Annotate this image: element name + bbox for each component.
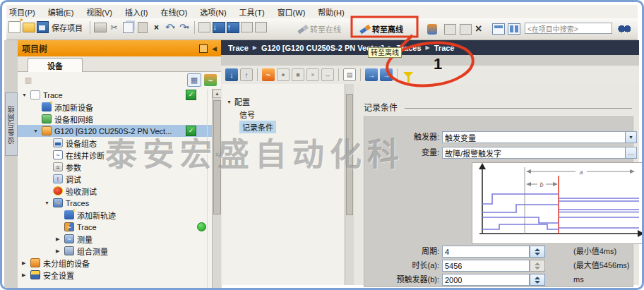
upload-from-device-button[interactable]: ↑ [226, 20, 239, 34]
new-project-button[interactable] [8, 20, 21, 34]
split-editor-vertical-button[interactable] [508, 21, 520, 37]
filter-icon[interactable] [402, 68, 415, 81]
close-window-button[interactable]: × [475, 21, 482, 37]
tree-item-project-root[interactable]: Trace [18, 89, 212, 101]
export-measurement-icon[interactable]: → [365, 68, 378, 81]
search-input[interactable] [525, 23, 612, 34]
nav-item-signals[interactable]: 信号 [222, 108, 344, 121]
trigger-tag-field[interactable]: 故障/报警触发字 [442, 147, 637, 159]
redo-button[interactable]: ↷▼ [178, 20, 191, 34]
paste-button[interactable] [136, 20, 149, 34]
accessible-devices-button[interactable] [254, 20, 268, 34]
snapshot-icon[interactable]: ▤ [343, 68, 356, 81]
window-button-1[interactable] [444, 21, 456, 37]
tree-item-acceptance-test[interactable]: 验收测试 [18, 185, 212, 197]
chevron-down-icon[interactable] [625, 132, 636, 143]
online-diagnostics-button[interactable] [427, 21, 437, 37]
menu-view[interactable]: 视图(V) [86, 6, 112, 18]
breadcrumb-item-trace-project[interactable]: Trace [228, 44, 249, 52]
menu-insert[interactable]: 插入(I) [125, 6, 148, 18]
nav-item-recording-conditions[interactable]: 记录条件 [222, 121, 344, 133]
repeat-measurement-icon[interactable]: ↔ [321, 68, 334, 81]
record-icon[interactable]: ● [277, 68, 290, 81]
tree-item-trace[interactable]: Trace [18, 221, 212, 233]
tree-item-add-new-device[interactable]: 添加新设备 [18, 101, 212, 113]
menu-online[interactable]: 在线(O) [160, 6, 187, 18]
breadcrumb-item-g120[interactable]: G120 [G120 CU250S-2 PN Vector] [261, 44, 384, 52]
duration-input[interactable] [442, 260, 530, 272]
compile-button[interactable] [198, 20, 211, 34]
tree-item-g120[interactable]: G120 [G120 CU250S-2 PN Vect... [18, 125, 212, 137]
project-tree-tabs: 设备 [18, 56, 221, 72]
device-window-button[interactable] [240, 20, 254, 34]
menu-options[interactable]: 选项(N) [200, 6, 226, 18]
auto-collapse-icon[interactable] [199, 44, 208, 53]
tree-item-security-settings[interactable]: 安全设置 [18, 269, 212, 281]
tab-devices[interactable]: 设备 [28, 58, 83, 72]
menu-window[interactable]: 窗口(W) [278, 6, 306, 18]
stop-record-icon[interactable]: ■ [292, 68, 304, 81]
details-view-icon[interactable]: ▦ [187, 73, 201, 87]
expander-icon[interactable] [56, 248, 64, 254]
upload-trace-icon[interactable]: ↑ [240, 68, 253, 81]
transfer-trace-to-device-icon[interactable]: ↓ [225, 68, 238, 81]
tree-item-traces-folder[interactable]: Traces [18, 197, 212, 209]
expander-icon[interactable] [22, 272, 30, 278]
nav-item-configuration[interactable]: 配置 [222, 95, 344, 108]
collapse-panel-icon[interactable]: ◀ [212, 45, 217, 52]
stop-measurement-icon[interactable]: × [306, 68, 319, 81]
sort-icon[interactable]: ▥ [22, 74, 35, 86]
pretrigger-spinner[interactable] [530, 274, 545, 286]
import-measurement-icon[interactable]: → [380, 68, 393, 81]
expander-icon[interactable] [227, 99, 234, 104]
trigger-mode-select[interactable]: 触发变量 [442, 131, 637, 143]
config-scrollbar[interactable] [345, 84, 354, 285]
save-project-button[interactable] [36, 20, 49, 34]
tree-scrollbar[interactable]: ▲ [212, 89, 222, 288]
menu-tools[interactable]: 工具(T) [239, 6, 265, 18]
tree-item-device-configuration[interactable]: 设备组态 [18, 137, 212, 149]
cut-button[interactable]: ✂ [107, 20, 121, 34]
tree-item-ungrouped-devices[interactable]: 未分组的设备 [18, 257, 212, 269]
split-editor-horizontal-button[interactable] [492, 21, 505, 37]
tree-item-commissioning[interactable]: 调试 [18, 173, 212, 185]
tree-item-combined-measurements[interactable]: 组合测量 [18, 245, 212, 257]
open-project-button[interactable] [22, 20, 35, 34]
undo-button[interactable]: ↶▼ [164, 20, 177, 34]
delete-button[interactable]: × [150, 20, 163, 34]
browse-tag-icon[interactable] [625, 147, 636, 158]
scrollbar-thumb[interactable] [213, 100, 221, 215]
breadcrumb-item-trace[interactable]: Trace [434, 44, 455, 52]
tree-item-add-new-trace[interactable]: 添加新轨迹 [18, 209, 212, 221]
window-button-2[interactable] [460, 21, 472, 37]
pretrigger-unit: ms [573, 274, 584, 286]
expander-icon[interactable] [22, 92, 30, 97]
expander-icon[interactable] [33, 128, 42, 133]
expander-icon[interactable] [56, 236, 64, 242]
menu-edit[interactable]: 编辑(E) [48, 6, 74, 18]
binoculars-icon[interactable] [618, 22, 631, 33]
print-button[interactable] [93, 20, 107, 34]
go-offline-button[interactable]: 转至离线 [359, 21, 403, 37]
scrollbar-thumb[interactable] [346, 94, 353, 215]
security-settings-icon [30, 270, 40, 279]
pretrigger-input[interactable] [442, 274, 530, 286]
cycle-input[interactable] [442, 246, 530, 258]
tree-item-measurements[interactable]: 测量 [18, 233, 212, 245]
refresh-icon[interactable]: ~ [204, 74, 217, 86]
tree-item-parameters[interactable]: 参数 [18, 161, 212, 173]
add-trace-icon [64, 210, 74, 219]
monitor-on-off-icon[interactable]: ~ [262, 68, 275, 81]
expander-icon[interactable] [44, 200, 53, 205]
menu-project[interactable]: 项目(P) [9, 6, 35, 18]
tree-item-devices-networks[interactable]: 设备和网络 [18, 113, 212, 125]
tree-item-online-diagnostics[interactable]: 在线并诊断 [18, 149, 212, 161]
save-project-label[interactable]: 保存项目 [52, 22, 83, 33]
download-to-device-button[interactable]: ↓ [212, 20, 225, 34]
cycle-spinner[interactable] [530, 246, 545, 258]
go-online-button[interactable]: 转至在线 [297, 21, 341, 37]
expander-icon[interactable] [22, 260, 30, 266]
copy-button[interactable] [121, 20, 135, 34]
menu-help[interactable]: 帮助(H) [318, 6, 344, 18]
sidebar-tab-devices-networks[interactable]: 设备与网络 [5, 92, 18, 156]
